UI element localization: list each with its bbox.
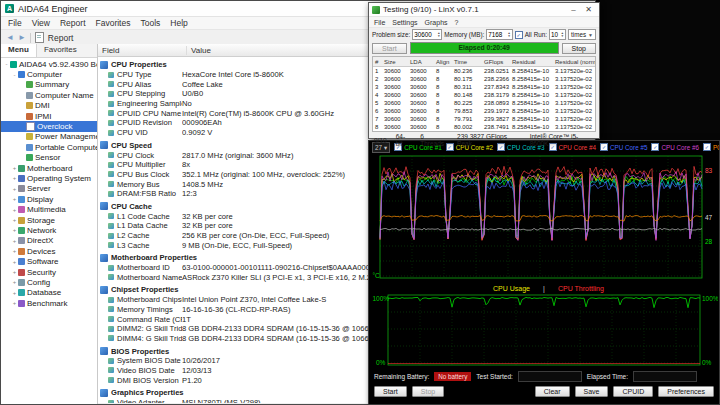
sidebar-item-server[interactable]: +Server <box>1 184 97 194</box>
results-column-header[interactable]: Size <box>382 59 408 65</box>
tree-expander-icon[interactable]: + <box>11 269 18 275</box>
stop-button[interactable]: Stop <box>562 43 596 54</box>
sidebar-item-power-management[interactable]: Power Management <box>1 132 97 142</box>
back-icon[interactable]: ◄ <box>6 33 14 42</box>
results-row[interactable]: 23060030600880.175238.23668.258415e-103.… <box>373 75 595 83</box>
menubar-item-file[interactable]: File <box>3 18 27 28</box>
sidebar-item-database[interactable]: +Database <box>1 288 97 298</box>
all-memory-checkbox[interactable]: ✓ <box>515 31 523 39</box>
legend-checkbox[interactable]: ✓ <box>651 143 659 151</box>
linx-menubar-item-Settings[interactable]: Settings <box>392 19 417 26</box>
sidebar-item-overclock[interactable]: Overclock <box>1 121 97 131</box>
spinner-icon[interactable]: ▲▼ <box>437 32 441 37</box>
tree-expander-icon[interactable]: + <box>11 259 18 265</box>
menubar-item-report[interactable]: Report <box>55 18 91 28</box>
sidebar-item-computer-name[interactable]: Computer Name <box>1 90 97 100</box>
sidebar-item-ipmi[interactable]: IPMI <box>1 111 97 121</box>
sidebar-item-security[interactable]: +Security <box>1 267 97 277</box>
tree-expander-icon[interactable]: + <box>11 248 18 254</box>
linx-titlebar[interactable]: Testing (9/10) - LinX v0.7.1 – ✕ <box>369 3 599 17</box>
sidebar-item-summary[interactable]: Summary <box>1 80 97 90</box>
sidebar-item-software[interactable]: +Software <box>1 256 97 266</box>
run-count-input[interactable]: ▲▼ <box>549 29 566 40</box>
spinner-icon[interactable]: ▲▼ <box>508 32 512 37</box>
results-row[interactable]: 83060030600880.002238.74918.258415e-103.… <box>373 123 595 131</box>
sidebar-item-dmi[interactable]: DMI <box>1 101 97 111</box>
run-count-field[interactable] <box>550 31 561 38</box>
clear-button[interactable]: Clear <box>535 386 570 397</box>
results-row[interactable]: 33060030600880.311237.83438.258415e-103.… <box>373 83 595 91</box>
results-column-header[interactable]: GFlops <box>482 59 510 65</box>
tree-expander-icon[interactable]: - <box>3 61 10 67</box>
results-row[interactable]: 43060030600880.148238.31798.258415e-103.… <box>373 91 595 99</box>
sidebar-item-storage[interactable]: +Storage <box>1 215 97 225</box>
sidebar-item-config[interactable]: +Config <box>1 277 97 287</box>
sidebar-item-benchmark[interactable]: +Benchmark <box>1 298 97 308</box>
linx-menubar-item-Graphs[interactable]: Graphs <box>425 19 448 26</box>
menubar-item-favorites[interactable]: Favorites <box>91 18 136 28</box>
sidebar-item-operating-system[interactable]: +Operating System <box>1 173 97 183</box>
tree-expander-icon[interactable]: - <box>11 72 18 78</box>
tab-favorites[interactable]: Favorites <box>37 44 84 57</box>
report-icon[interactable] <box>35 32 44 43</box>
tree-expander-icon[interactable]: + <box>11 290 18 296</box>
menubar-item-view[interactable]: View <box>27 18 55 28</box>
preferences-button[interactable]: Preferences <box>658 386 714 397</box>
sidebar-item-multimedia[interactable]: +Multimedia <box>1 204 97 214</box>
results-row[interactable]: 13060030600880.236238.02518.258415e-103.… <box>373 67 595 75</box>
tree-expander-icon[interactable]: + <box>11 165 18 171</box>
results-row[interactable]: 53060030600880.225238.08938.258415e-103.… <box>373 99 595 107</box>
sidebar-item-devices[interactable]: +Devices <box>1 246 97 256</box>
problem-size-input[interactable]: ▲▼ <box>412 29 442 40</box>
linx-menubar-item-File[interactable]: File <box>374 19 385 26</box>
sidebar-item-motherboard[interactable]: +Motherboard <box>1 163 97 173</box>
report-button[interactable]: Report <box>48 33 74 43</box>
results-column-header[interactable]: Residual (norm.) <box>553 59 595 65</box>
tree-expander-icon[interactable]: + <box>11 238 18 244</box>
tree-expander-icon[interactable]: + <box>11 207 18 213</box>
legend-item-cpu-core-6[interactable]: ✓CPU Core #6 <box>651 143 698 151</box>
tree-expander-icon[interactable]: + <box>11 279 18 285</box>
results-row[interactable]: 73060030600879.791239.38278.258415e-103.… <box>373 115 595 123</box>
sidebar-item-directx[interactable]: +DirectX <box>1 236 97 246</box>
forward-icon[interactable]: ► <box>18 33 26 42</box>
spinner-icon[interactable]: ▲▼ <box>561 32 565 37</box>
legend-checkbox[interactable]: ✓ <box>703 143 711 151</box>
sidebar-item-network[interactable]: +Network <box>1 225 97 235</box>
field-column-header[interactable]: Field <box>98 46 187 55</box>
tree-expander-icon[interactable]: + <box>11 217 18 223</box>
sidebar-item-portable-computer[interactable]: Portable Computer <box>1 142 97 152</box>
results-column-header[interactable]: # <box>373 59 382 65</box>
linx-close-button[interactable]: ✕ <box>581 5 596 14</box>
memory-input[interactable]: ▲▼ <box>486 29 512 40</box>
linx-menubar-item-help[interactable]: ? <box>455 19 459 26</box>
menubar-item-help[interactable]: Help <box>165 18 192 28</box>
menubar-item-tools[interactable]: Tools <box>135 18 165 28</box>
legend-checkbox[interactable]: ✓ <box>600 143 608 151</box>
tab-menu[interactable]: Menu <box>1 44 37 57</box>
stop-button[interactable]: Stop <box>412 386 444 397</box>
save-button[interactable]: Save <box>575 386 609 397</box>
results-row[interactable]: 63060030600879.853239.19728.258415e-103.… <box>373 107 595 115</box>
tree-expander-icon[interactable]: + <box>11 227 18 233</box>
sidebar-item-sensor[interactable]: Sensor <box>1 153 97 163</box>
sidebar-item-display[interactable]: +Display <box>1 194 97 204</box>
legend-item-cpu-core-5[interactable]: ✓CPU Core #5 <box>600 143 647 151</box>
run-unit-select[interactable]: times ▼ <box>568 29 596 40</box>
legend-item-pch-diode[interactable]: ✓PCH Diode <box>703 143 719 151</box>
start-button[interactable]: Start <box>372 43 407 54</box>
tree-expander-icon[interactable]: + <box>11 300 18 306</box>
results-column-header[interactable]: LDA <box>408 59 434 65</box>
linx-minimize-button[interactable]: – <box>566 5 581 14</box>
sidebar-item-aida64-v5-92-4390-beta[interactable]: -AIDA64 v5.92.4390 Beta <box>1 59 97 69</box>
results-column-header[interactable]: Align <box>434 59 452 65</box>
results-column-header[interactable]: Residual <box>510 59 553 65</box>
tree-expander-icon[interactable]: + <box>11 186 18 192</box>
tree-expander-icon[interactable]: + <box>11 196 18 202</box>
problem-size-field[interactable] <box>413 31 437 38</box>
sidebar-item-computer[interactable]: -Computer <box>1 69 97 79</box>
tree-expander-icon[interactable]: + <box>11 175 18 181</box>
results-column-header[interactable]: Time <box>452 59 482 65</box>
cpuid-button[interactable]: CPUID <box>613 386 653 397</box>
memory-field[interactable] <box>487 31 507 38</box>
